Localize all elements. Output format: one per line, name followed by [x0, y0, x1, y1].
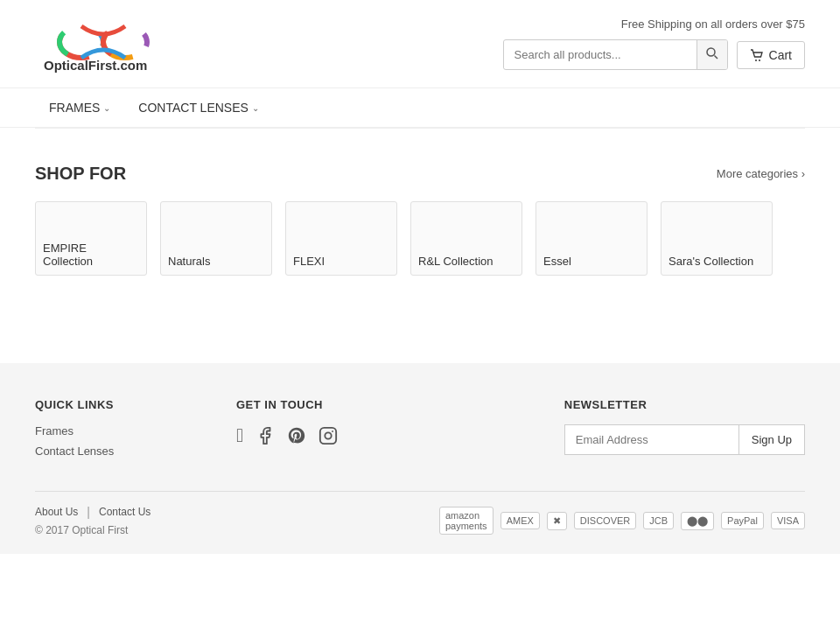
about-us-link[interactable]: About Us: [35, 506, 78, 518]
category-label: Naturals: [168, 255, 210, 268]
logo-area: OpticalFirst.com: [35, 13, 175, 74]
logo-image: OpticalFirst.com: [35, 13, 175, 74]
header-right: Free Shipping on all orders over $75 Car: [503, 18, 805, 70]
svg-point-5: [103, 26, 147, 58]
cart-icon: [750, 49, 764, 61]
newsletter-title: NEWSLETTER: [564, 398, 805, 411]
quick-links-title: QUICK LINKS: [35, 398, 166, 411]
cart-label: Cart: [769, 48, 792, 62]
payment-paypal: PayPal: [721, 512, 764, 529]
email-row: Sign Up: [564, 424, 805, 455]
main-content: SHOP FOR More categories › EMPIRE Collec…: [0, 129, 840, 311]
svg-point-12: [325, 432, 331, 438]
chevron-down-icon: ⌄: [252, 103, 259, 113]
nav-item-contact-lenses[interactable]: CONTACT LENSES ⌄: [124, 88, 273, 127]
svg-point-2: [60, 26, 103, 58]
footer-link-frames[interactable]: Frames: [35, 424, 166, 438]
category-card-rl[interactable]: R&L Collection: [410, 201, 522, 276]
payment-discover: DISCOVER: [574, 512, 636, 529]
cart-button[interactable]: Cart: [737, 41, 805, 69]
instagram-icon[interactable]: [318, 426, 338, 445]
footer-link-contact-lenses[interactable]: Contact Lenses: [35, 444, 166, 458]
get-in-touch-title: GET IN TOUCH: [236, 398, 368, 411]
category-label: EMPIRE Collection: [43, 242, 139, 268]
facebook-icon[interactable]: [256, 426, 275, 445]
footer-newsletter: NEWSLETTER Sign Up: [564, 398, 805, 465]
svg-rect-11: [320, 428, 336, 444]
footer-top: QUICK LINKS Frames Contact Lenses GET IN…: [35, 398, 805, 465]
category-card-flexi[interactable]: FLEXI: [285, 201, 397, 276]
contact-us-link[interactable]: Contact Us: [99, 506, 150, 518]
svg-point-13: [332, 430, 333, 432]
social-icons: : [236, 424, 368, 447]
search-icon: [706, 47, 718, 60]
category-card-essel[interactable]: Essel: [536, 201, 648, 276]
search-input[interactable]: [504, 41, 696, 68]
payment-visa: VISA: [771, 512, 805, 529]
payment-amex: AMEX: [500, 512, 540, 529]
payment-amazon: amazonpayments: [439, 507, 494, 535]
footer-quick-links: QUICK LINKS Frames Contact Lenses: [35, 398, 166, 465]
footer-bottom-links: About Us | Contact Us: [35, 505, 150, 519]
shipping-text: Free Shipping on all orders over $75: [621, 18, 805, 31]
email-input[interactable]: [564, 424, 739, 455]
category-grid: EMPIRE Collection Naturals FLEXI R&L Col…: [35, 201, 805, 276]
category-label: Essel: [543, 255, 571, 268]
category-label: FLEXI: [293, 255, 325, 268]
category-card-empire[interactable]: EMPIRE Collection: [35, 201, 147, 276]
nav-item-frames[interactable]: FRAMES ⌄: [35, 88, 124, 127]
svg-point-7: [707, 48, 715, 56]
category-card-naturals[interactable]: Naturals: [160, 201, 272, 276]
footer: QUICK LINKS Frames Contact Lenses GET IN…: [0, 363, 840, 554]
svg-point-10: [759, 60, 760, 61]
category-label: R&L Collection: [418, 255, 494, 268]
header-actions: Cart: [503, 39, 805, 70]
svg-point-9: [755, 60, 757, 61]
pinterest-icon[interactable]: [287, 426, 306, 445]
payment-master: ⬤⬤: [681, 512, 714, 530]
category-label: Sara's Collection: [668, 255, 753, 268]
search-button[interactable]: [696, 40, 727, 69]
payment-diners: ✖: [547, 512, 567, 530]
sign-up-button[interactable]: Sign Up: [739, 424, 805, 455]
category-card-sara[interactable]: Sara's Collection: [661, 201, 773, 276]
footer-get-in-touch: GET IN TOUCH : [236, 398, 368, 465]
main-nav: FRAMES ⌄ CONTACT LENSES ⌄: [0, 88, 840, 128]
payment-jcb: JCB: [643, 512, 674, 529]
footer-bottom: About Us | Contact Us © 2017 Optical Fir…: [35, 491, 805, 536]
header: OpticalFirst.com Free Shipping on all or…: [0, 0, 840, 88]
footer-bottom-left: About Us | Contact Us © 2017 Optical Fir…: [35, 505, 150, 536]
search-bar: [503, 39, 728, 70]
chevron-down-icon: ⌄: [103, 103, 110, 113]
payment-icons: amazonpayments AMEX ✖ DISCOVER JCB ⬤⬤ Pa…: [439, 507, 805, 535]
shop-for-title: SHOP FOR: [35, 164, 126, 184]
facebook-icon[interactable]: : [236, 424, 243, 447]
more-categories-link[interactable]: More categories ›: [717, 167, 805, 180]
svg-line-8: [714, 56, 718, 60]
svg-text:OpticalFirst.com: OpticalFirst.com: [44, 58, 147, 73]
shop-for-header: SHOP FOR More categories ›: [35, 164, 805, 184]
copyright: © 2017 Optical First: [35, 524, 150, 536]
